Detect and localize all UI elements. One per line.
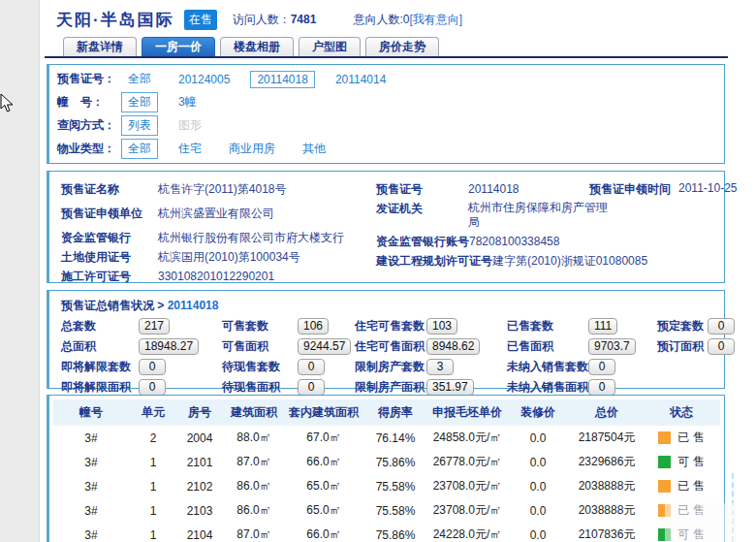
filter-label: 物业类型：: [57, 141, 121, 157]
value-pill: 18948.27: [139, 338, 199, 355]
visitor-count-value: 7481: [291, 13, 317, 26]
tab-underline: [45, 56, 728, 58]
filter-label: 幢 号：: [57, 94, 121, 111]
page-title: 天阳·半岛国际: [56, 9, 174, 31]
status-row: 总套数217 可售套数106 住宅可售套数103 已售套数111 预定套数0: [61, 318, 724, 335]
intent-link[interactable]: [我有意向]: [409, 13, 462, 26]
page: 天阳·半岛国际 在售 访问人数：7481 意向人数:0[我有意向] 新盘详情 一…: [0, 0, 756, 542]
info-row: 资金监管银行杭州银行股份有限公司市府大楼支行: [61, 230, 344, 245]
filter-option-graphic-disabled: 图形: [172, 115, 208, 136]
info-value: 20114018: [468, 182, 520, 196]
left-gutter: [0, 0, 40, 542]
visitor-count: 访问人数：7481: [233, 12, 317, 28]
value-pill: 106: [298, 318, 329, 335]
filter-option-list-selected[interactable]: 列表: [121, 115, 158, 136]
intent-count-label: 意向人数:: [353, 13, 402, 26]
price-table: 幢号 单元 房号 建筑面积 套内建筑面积 得房率 申报毛坯单价 装修价 总价 状…: [53, 399, 720, 542]
value-pill: 8948.62: [426, 338, 480, 355]
table-header-row: 幢号 单元 房号 建筑面积 套内建筑面积 得房率 申报毛坯单价 装修价 总价 状…: [53, 399, 720, 426]
intent-count: 意向人数:0[我有意向]: [353, 12, 462, 28]
col-room: 房号: [177, 399, 222, 426]
filter-label: 预售证号：: [57, 71, 121, 87]
info-label: 土地使用证号: [61, 249, 158, 265]
col-unit-price: 申报毛坯单价: [429, 399, 505, 426]
info-row: 建设工程规划许可证号建字第(2010)浙规证01080085: [376, 253, 677, 269]
info-row: 预售证申领单位杭州滨盛置业有限公司: [61, 206, 344, 221]
filter-label: 查阅方式：: [57, 117, 121, 134]
col-total-price: 总价: [571, 399, 643, 426]
status-row: 即将解限套数0 待现售套数0 限制房产套数3 未纳入销售套数0: [61, 359, 724, 375]
info-value: 2011-10-25: [678, 181, 738, 195]
tab-photo-album[interactable]: 楼盘相册: [220, 37, 294, 57]
sales-status-section: 预售证总销售状况 > 20114018 总套数217 可售套数106 住宅可售套…: [47, 290, 725, 389]
info-value: 建字第(2010)浙规证01080085: [492, 254, 647, 268]
value-pill: 0: [298, 379, 325, 396]
filter-option-all[interactable]: 全部: [121, 69, 158, 89]
value-pill: 9703.7: [588, 338, 636, 355]
info-row: 发证机关杭州市住房保障和房产管理局: [376, 201, 677, 230]
value-pill: 103: [426, 318, 457, 335]
sales-status-title-label: 预售证总销售状况 >: [61, 299, 164, 312]
filter-section: 预售证号： 全部 20124005 20114018 20114014 幢 号：…: [47, 64, 725, 164]
value-pill: 0: [588, 379, 615, 396]
info-value: 杭滨国用(2010)第100034号: [158, 250, 300, 264]
info-label: 预售证号: [376, 181, 468, 197]
filter-option-all-selected[interactable]: 全部: [121, 92, 158, 112]
value-pill: 9244.57: [298, 338, 351, 355]
info-label: 施工许可证号: [61, 269, 158, 284]
tab-price-trend[interactable]: 房价走势: [365, 37, 439, 57]
tab-floor-plans[interactable]: 户型图: [299, 37, 361, 57]
info-label: 预售证名称: [61, 181, 158, 197]
filter-option-residential[interactable]: 住宅: [172, 139, 208, 159]
filter-row-building: 幢 号： 全部 3幢: [57, 93, 724, 112]
info-label: 建设工程规划许可证号: [376, 253, 492, 269]
main-content: 天阳·半岛国际 在售 访问人数：7481 意向人数:0[我有意向] 新盘详情 一…: [40, 0, 756, 542]
info-label: 预售证申领时间: [589, 181, 671, 198]
filter-option-20124005[interactable]: 20124005: [172, 71, 236, 88]
site-header: 天阳·半岛国际 在售 访问人数：7481 意向人数:0[我有意向]: [56, 9, 462, 31]
info-label: 发证机关: [376, 201, 468, 216]
filter-option-all-selected[interactable]: 全部: [121, 139, 158, 159]
table-row: 3#1210386.0㎡65.0㎡75.58%23708.0元/㎡0.02038…: [53, 498, 720, 523]
table-row: 3#1210187.0㎡66.0㎡75.86%26778.0元/㎡0.02329…: [53, 450, 720, 474]
filter-option-commercial[interactable]: 商业用房: [222, 139, 282, 159]
info-row: 预售证名称杭售许字(2011)第4018号: [61, 181, 344, 197]
info-row: 施工许可证号330108201012290201: [61, 269, 344, 284]
tab-bar: 新盘详情 一房一价 楼盘相册 户型图 房价走势: [63, 37, 439, 57]
col-unit: 单元: [129, 399, 177, 426]
info-row: 资金监管银行账号78208100338458: [376, 234, 677, 249]
status-text: 已 售: [677, 430, 704, 446]
status-row: 即将解限面积0 待现售面积0 限制房产面积351.97 未纳入销售面积0: [61, 379, 724, 396]
col-decoration-price: 装修价: [505, 399, 571, 426]
info-value: 330108201012290201: [158, 270, 274, 283]
permit-info-section: 预售证名称杭售许字(2011)第4018号 预售证申领单位杭州滨盛置业有限公司 …: [47, 171, 725, 283]
filter-option-other[interactable]: 其他: [296, 139, 332, 159]
info-value: 杭州滨盛置业有限公司: [158, 207, 274, 220]
mouse-cursor-icon: [0, 93, 15, 113]
tab-price-per-unit[interactable]: 一房一价: [142, 37, 215, 57]
value-pill: 217: [139, 318, 170, 335]
filter-option-20114014[interactable]: 20114014: [329, 71, 394, 88]
status-square-sold: [658, 480, 671, 493]
price-table-section: 幢号 单元 房号 建筑面积 套内建筑面积 得房率 申报毛坯单价 装修价 总价 状…: [47, 395, 725, 542]
status-text: 可 售: [677, 454, 704, 470]
value-pill: 0: [588, 359, 615, 375]
col-gross-area: 建筑面积: [222, 399, 286, 426]
table-row: 3#2200488.0㎡67.0㎡76.14%24858.0元/㎡0.02187…: [53, 426, 720, 450]
filter-option-20114018-selected[interactable]: 20114018: [250, 71, 315, 88]
permit-info-left-column: 预售证名称杭售许字(2011)第4018号 预售证申领单位杭州滨盛置业有限公司 …: [61, 181, 344, 288]
col-efficiency: 得房率: [362, 399, 429, 426]
filter-row-property-type: 物业类型： 全部 住宅 商业用房 其他: [57, 140, 724, 158]
col-inner-area: 套内建筑面积: [286, 399, 362, 426]
permit-apply-time: 预售证申领时间2011-10-25: [589, 181, 738, 198]
info-label: 预售证申领单位: [61, 206, 158, 221]
visitor-count-label: 访问人数：: [233, 13, 291, 26]
value-pill: 0: [298, 359, 325, 375]
value-pill: 3: [426, 359, 454, 375]
table-row: 3#1210487.0㎡66.0㎡75.86%24228.0元/㎡0.02107…: [53, 523, 720, 542]
status-square-available: [658, 456, 671, 468]
info-value: 杭州银行股份有限公司市府大楼支行: [158, 231, 344, 244]
filter-option-building-3[interactable]: 3幢: [172, 92, 204, 112]
tab-new-property-details[interactable]: 新盘详情: [63, 37, 137, 57]
info-value: 78208100338458: [469, 235, 559, 248]
